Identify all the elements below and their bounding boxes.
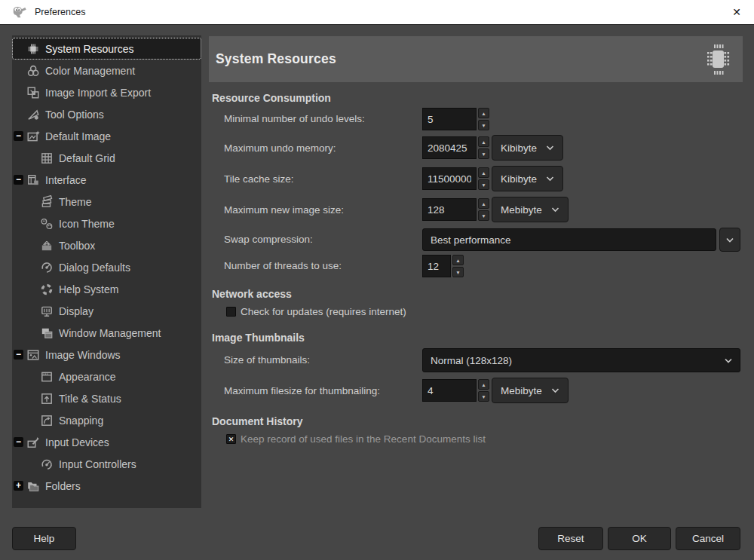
undo-levels-input[interactable]: [422, 108, 477, 130]
sidebar-item-label: Default Image: [45, 130, 111, 142]
undo-memory-spinner: ▲ ▼: [422, 136, 489, 159]
cancel-button[interactable]: Cancel: [676, 527, 740, 550]
spin-down-icon[interactable]: ▼: [478, 179, 489, 190]
threads-label: Number of threads to use:: [224, 260, 342, 271]
thumbnail-filesize-unit-dropdown[interactable]: Mebibyte: [492, 378, 569, 403]
spin-up-icon[interactable]: ▲: [478, 379, 489, 390]
input-controllers-icon: [40, 457, 54, 471]
sidebar-item-default-grid[interactable]: Default Grid: [12, 147, 201, 169]
theme-icon: [40, 195, 54, 209]
titlebar: Preferences ✕: [0, 0, 754, 25]
sidebar-item-theme[interactable]: Theme: [12, 191, 201, 213]
sidebar-item-label: Image Import & Export: [45, 87, 151, 99]
sidebar-item-window-management[interactable]: Window Management: [12, 322, 201, 344]
keep-record-label[interactable]: Keep record of used files in the Recent …: [241, 433, 486, 445]
section-heading-image-thumbnails: Image Thumbnails: [212, 332, 305, 344]
sidebar-item-label: Folders: [45, 480, 81, 492]
expander-collapse-icon[interactable]: −: [14, 350, 23, 360]
window-management-icon: [40, 326, 54, 340]
sidebar-item-label: Appearance: [59, 371, 116, 383]
section-heading-document-history: Document History: [212, 415, 303, 427]
sidebar-item-color-management[interactable]: Color Management: [12, 60, 201, 81]
grid-icon: [40, 151, 54, 165]
spin-down-icon[interactable]: ▼: [478, 210, 489, 221]
sidebar-item-display[interactable]: Display: [12, 300, 201, 322]
undo-levels-spinner: ▲ ▼: [422, 108, 489, 130]
ok-button[interactable]: OK: [608, 527, 671, 550]
sidebar-item-label: Icon Theme: [59, 218, 115, 230]
help-button[interactable]: Help: [12, 527, 76, 550]
swap-compression-dropdown-button[interactable]: [719, 228, 740, 252]
threads-spinner: ▲ ▼: [422, 255, 464, 277]
sidebar-item-label: Display: [59, 305, 93, 317]
tile-cache-unit-dropdown[interactable]: Kibibyte: [492, 166, 563, 191]
cpu-large-icon: [700, 42, 735, 77]
max-image-size-input[interactable]: [422, 198, 477, 221]
sidebar-item-system-resources[interactable]: System Resources: [12, 38, 201, 60]
swap-compression-label: Swap compression:: [224, 234, 313, 245]
sidebar-item-icon-theme[interactable]: Icon Theme: [12, 213, 201, 234]
sidebar-item-label: Dialog Defaults: [59, 262, 130, 274]
sidebar-item-input-controllers[interactable]: Input Controllers: [12, 453, 201, 475]
input-devices-icon: [26, 436, 40, 449]
sidebar-item-label: Image Windows: [45, 349, 121, 361]
expander-expand-icon[interactable]: +: [14, 481, 23, 491]
sidebar-item-snapping[interactable]: Snapping: [12, 409, 201, 431]
max-image-size-unit-dropdown[interactable]: Mebibyte: [492, 197, 569, 222]
spin-up-icon[interactable]: ▲: [478, 108, 489, 118]
chevron-down-icon: [546, 145, 554, 151]
spin-up-icon[interactable]: ▲: [478, 167, 489, 178]
spin-down-icon[interactable]: ▼: [478, 120, 489, 130]
sidebar-item-appearance[interactable]: Appearance: [12, 366, 201, 387]
undo-memory-label: Maximum undo memory:: [224, 142, 336, 154]
sidebar-item-help-system[interactable]: Help System: [12, 278, 201, 300]
sidebar-item-label: Color Management: [45, 65, 135, 77]
thumbnail-size-dropdown[interactable]: Normal (128x128): [422, 348, 740, 372]
cpu-icon: [26, 42, 40, 56]
spin-down-icon[interactable]: ▼: [452, 267, 464, 277]
undo-memory-unit-dropdown[interactable]: Kibibyte: [492, 135, 563, 161]
spin-down-icon[interactable]: ▼: [478, 148, 489, 159]
sidebar-item-input-devices[interactable]: − Input Devices: [12, 431, 201, 453]
chevron-down-icon: [551, 387, 559, 393]
sidebar-item-tool-options[interactable]: Tool Options: [12, 103, 201, 125]
default-image-icon: [26, 130, 40, 143]
threads-input[interactable]: [422, 255, 451, 277]
spin-up-icon[interactable]: ▲: [478, 136, 489, 147]
chevron-down-icon: [725, 237, 734, 243]
swap-compression-dropdown[interactable]: Best performance: [422, 228, 716, 251]
appearance-icon: [40, 370, 54, 384]
expander-collapse-icon[interactable]: −: [14, 131, 23, 141]
expander-collapse-icon[interactable]: −: [14, 175, 23, 185]
undo-memory-input[interactable]: [422, 136, 477, 159]
sidebar-item-toolbox[interactable]: Toolbox: [12, 234, 201, 256]
thumbnail-filesize-input[interactable]: [422, 379, 477, 402]
check-updates-checkbox[interactable]: [226, 307, 236, 317]
reset-button[interactable]: Reset: [538, 527, 603, 550]
snapping-icon: [40, 414, 54, 427]
max-image-size-spinner: ▲ ▼: [422, 198, 489, 221]
check-updates-label[interactable]: Check for updates (requires internet): [241, 306, 406, 317]
spin-up-icon[interactable]: ▲: [478, 198, 489, 209]
close-button[interactable]: ✕: [719, 0, 754, 24]
sidebar-item-image-windows[interactable]: − Image Windows: [12, 344, 201, 366]
folders-icon: [26, 479, 40, 493]
sidebar-item-folders[interactable]: + Folders: [12, 475, 201, 497]
preferences-category-list: System Resources Color Management Image …: [12, 35, 201, 508]
sidebar-item-dialog-defaults[interactable]: Dialog Defaults: [12, 256, 201, 278]
sidebar-item-label: Snapping: [59, 415, 103, 427]
keep-record-checkbox[interactable]: ✕: [226, 434, 236, 444]
expander-collapse-icon[interactable]: −: [14, 437, 23, 447]
spin-down-icon[interactable]: ▼: [478, 391, 489, 402]
interface-icon: [26, 173, 40, 187]
spin-up-icon[interactable]: ▲: [452, 255, 464, 265]
thumbnail-filesize-spinner: ▲ ▼: [422, 379, 489, 402]
sidebar-item-image-import-export[interactable]: Image Import & Export: [12, 81, 201, 103]
sidebar-item-title-status[interactable]: Title & Status: [12, 387, 201, 409]
tile-cache-input[interactable]: [422, 167, 477, 190]
sidebar-item-default-image[interactable]: − Default Image: [12, 125, 201, 147]
thumbnail-size-label: Size of thumbnails:: [224, 354, 310, 366]
sidebar-item-interface[interactable]: − Interface: [12, 169, 201, 191]
color-management-icon: [26, 64, 40, 78]
sidebar-item-label: Input Controllers: [59, 458, 136, 470]
